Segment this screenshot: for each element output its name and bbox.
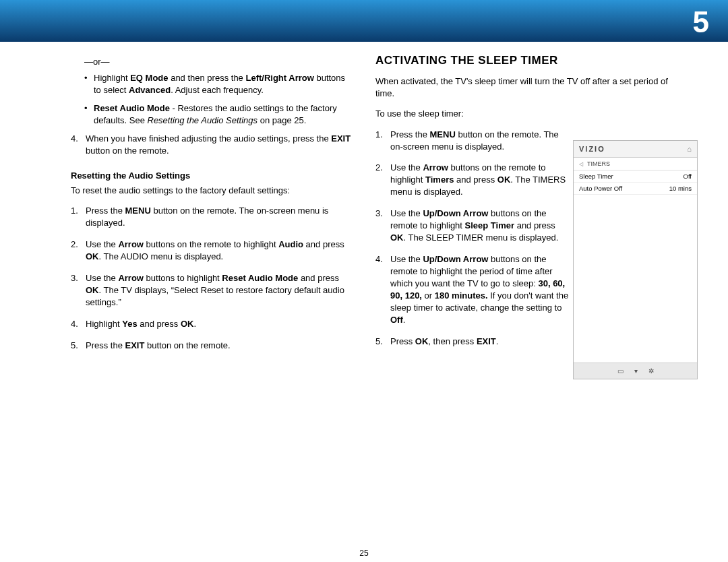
row-value: 10 mins xyxy=(669,185,692,192)
audio-mode-bullets: Highlight EQ Mode and then press the Lef… xyxy=(84,72,354,126)
list-item: 5.Press OK, then press EXIT. xyxy=(375,336,571,348)
row-label: Auto Power Off xyxy=(579,185,622,192)
step-text: Use the Up/Down Arrow buttons on the rem… xyxy=(390,254,568,325)
tv-menu-header: VIZIO ⌂ xyxy=(574,141,697,158)
step-number: 5. xyxy=(375,336,383,348)
chevron-left-icon: ◁ xyxy=(579,161,583,167)
row-value: Off xyxy=(684,173,692,180)
right-column: ACTIVATING THE SLEEP TIMER When activate… xyxy=(375,54,571,357)
list-item: 3.Use the Arrow buttons to highlight Res… xyxy=(71,272,354,309)
step-text: When you have finished adjusting the aud… xyxy=(86,133,351,156)
step-text: Use the Arrow buttons on the remote to h… xyxy=(390,162,566,197)
step-number: 1. xyxy=(71,205,78,217)
step-text: Press the MENU button on the remote. The… xyxy=(86,206,328,228)
list-item: 1.Press the MENU button on the remote. T… xyxy=(375,129,571,153)
list-item: 3.Use the Up/Down Arrow buttons on the r… xyxy=(375,208,571,244)
home-icon: ⌂ xyxy=(687,145,692,153)
step-text: Highlight Yes and press OK. xyxy=(86,319,196,329)
widescreen-icon: ▭ xyxy=(617,367,624,375)
step-text: Use the Arrow buttons on the remote to h… xyxy=(86,239,344,261)
left-column: —or— Highlight EQ Mode and then press th… xyxy=(71,54,354,361)
tv-menu-screenshot: VIZIO ⌂ ◁ TIMERS Sleep Timer Off Auto Po… xyxy=(573,140,698,379)
step-number: 2. xyxy=(71,239,78,251)
section-title: ACTIVATING THE SLEEP TIMER xyxy=(375,54,571,67)
list-item: 2.Use the Arrow buttons on the remote to… xyxy=(71,239,354,263)
step-text: Use the Up/Down Arrow buttons on the rem… xyxy=(390,208,558,243)
step-number: 2. xyxy=(375,162,383,174)
chapter-number: 5 xyxy=(693,5,709,39)
step-number: 4. xyxy=(71,318,78,330)
sleep-timer-steps: 1.Press the MENU button on the remote. T… xyxy=(375,129,571,348)
step-number: 1. xyxy=(375,129,383,141)
step-number: 4. xyxy=(71,133,78,145)
sleep-timer-intro2: To use the sleep timer: xyxy=(375,108,571,120)
step-text: Press the MENU button on the remote. The… xyxy=(390,129,559,152)
v-icon: ▾ xyxy=(634,367,638,375)
list-item: 5.Press the EXIT button on the remote. xyxy=(71,340,354,352)
vizio-logo: VIZIO xyxy=(579,145,605,153)
step-text: Press OK, then press EXIT. xyxy=(390,336,498,346)
tv-menu-footer: ▭ ▾ ✲ xyxy=(574,363,697,379)
page-number: 25 xyxy=(359,549,368,558)
step-number: 3. xyxy=(375,208,383,220)
tv-menu-row: Auto Power Off 10 mins xyxy=(574,183,697,195)
step-number: 3. xyxy=(71,272,78,284)
reset-heading: Resetting the Audio Settings xyxy=(71,170,354,181)
list-item: 1.Press the MENU button on the remote. T… xyxy=(71,205,354,229)
list-item: 4.Highlight Yes and press OK. xyxy=(71,318,354,330)
list-item: Highlight EQ Mode and then press the Lef… xyxy=(84,72,354,96)
sleep-timer-intro: When activated, the TV's sleep timer wil… xyxy=(375,75,686,100)
continued-steps: 4. When you have finished adjusting the … xyxy=(71,133,354,157)
list-item: 2.Use the Arrow buttons on the remote to… xyxy=(375,162,571,198)
step-number: 4. xyxy=(375,253,383,266)
step-number: 5. xyxy=(71,340,78,352)
list-item: 4. When you have finished adjusting the … xyxy=(71,133,354,157)
breadcrumb-label: TIMERS xyxy=(587,160,610,167)
list-item: Reset Audio Mode - Restores the audio se… xyxy=(84,102,354,126)
step-text: Press the EXIT button on the remote. xyxy=(86,340,231,350)
or-separator: —or— xyxy=(84,57,354,67)
header-band: 5 xyxy=(0,0,728,42)
tv-menu-row: Sleep Timer Off xyxy=(574,170,697,183)
reset-steps: 1.Press the MENU button on the remote. T… xyxy=(71,205,354,351)
gear-icon: ✲ xyxy=(648,367,654,375)
list-item: 4.Use the Up/Down Arrow buttons on the r… xyxy=(375,253,571,326)
row-label: Sleep Timer xyxy=(579,173,613,180)
page-content: —or— Highlight EQ Mode and then press th… xyxy=(71,54,698,542)
tv-menu-body: Sleep Timer Off Auto Power Off 10 mins xyxy=(574,170,697,363)
tv-breadcrumb: ◁ TIMERS xyxy=(574,158,697,170)
step-text: Use the Arrow buttons to highlight Reset… xyxy=(86,273,344,307)
reset-intro: To reset the audio settings to the facto… xyxy=(71,185,354,197)
